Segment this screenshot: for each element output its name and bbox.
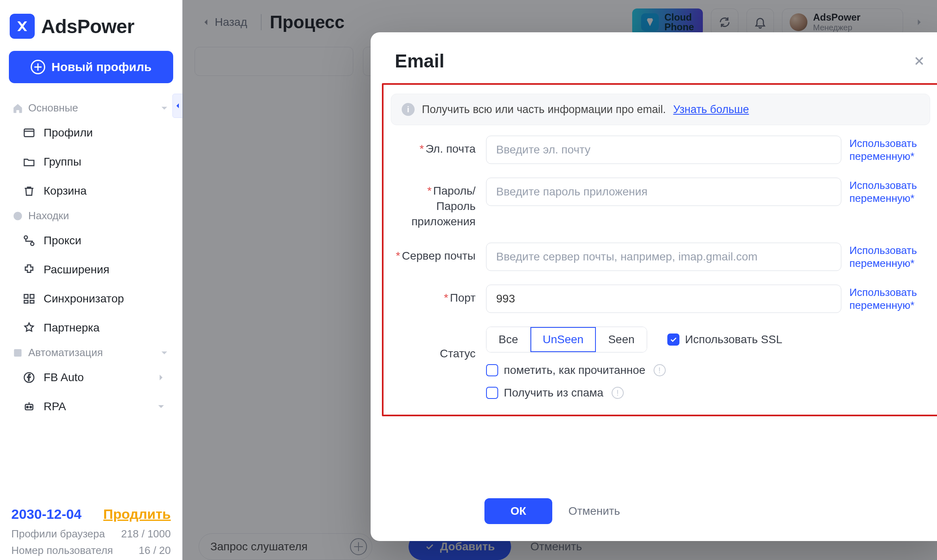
nav-section-label: Находки	[28, 210, 69, 222]
ssl-label: Использовать SSL	[685, 333, 782, 346]
help-icon[interactable]: !	[654, 364, 666, 376]
svg-rect-4	[24, 300, 28, 303]
row-status: Статус Все UnSeen Seen	[391, 327, 930, 399]
sidebar: AdsPower Новый профиль Основные Профили …	[0, 0, 182, 560]
label-port: *Порт	[391, 285, 476, 306]
use-variable-link[interactable]: Использовать переменную*	[849, 137, 930, 163]
sidebar-item-affiliate[interactable]: Партнерка	[7, 313, 175, 342]
profiles-icon	[23, 126, 36, 139]
port-input[interactable]	[486, 285, 841, 313]
users-count-value: 16 / 20	[138, 544, 171, 557]
password-input[interactable]	[486, 178, 841, 206]
info-icon: i	[402, 103, 415, 116]
svg-rect-6	[14, 349, 22, 357]
modal-title: Email	[395, 50, 444, 72]
sidebar-item-trash[interactable]: Корзина	[7, 176, 175, 206]
ok-button[interactable]: ОК	[484, 498, 552, 524]
svg-rect-0	[24, 129, 34, 137]
close-icon	[912, 54, 926, 68]
logo-text: AdsPower	[41, 15, 134, 38]
sidebar-collapse-button[interactable]	[172, 94, 183, 118]
sync-icon	[23, 292, 36, 305]
new-profile-label: Новый профиль	[52, 60, 152, 74]
logo: AdsPower	[7, 0, 175, 51]
label-password: *Пароль/ Пароль приложения	[391, 178, 476, 229]
sidebar-footer: 2030-12-04 Продлить Профили браузера 218…	[7, 498, 175, 560]
puzzle-icon	[23, 263, 36, 276]
plus-icon	[31, 60, 45, 74]
robot-icon	[23, 400, 36, 413]
chevron-down-icon	[155, 401, 167, 412]
sidebar-item-label: Расширения	[44, 263, 109, 276]
chevron-down-icon	[159, 347, 170, 359]
sidebar-item-fb-auto[interactable]: FB Auto	[7, 363, 175, 392]
info-text: Получить всю или часть информации про em…	[422, 103, 666, 116]
use-variable-link[interactable]: Использовать переменную*	[849, 244, 930, 270]
from-spam-row: Получить из спама !	[486, 386, 930, 399]
renew-link[interactable]: Продлить	[103, 506, 171, 522]
app-root: AdsPower Новый профиль Основные Профили …	[0, 0, 937, 560]
server-input[interactable]	[486, 243, 841, 271]
from-spam-label: Получить из спама	[504, 386, 604, 399]
proxy-icon	[23, 234, 36, 247]
sidebar-item-proxy[interactable]: Прокси	[7, 226, 175, 255]
nav-section-main[interactable]: Основные	[7, 98, 175, 118]
cancel-button[interactable]: Отменить	[568, 505, 620, 518]
sidebar-item-extensions[interactable]: Расширения	[7, 255, 175, 284]
use-variable-link[interactable]: Использовать переменную*	[849, 286, 930, 312]
modal-body: i Получить всю или часть информации про …	[371, 82, 937, 491]
from-spam-checkbox[interactable]	[486, 387, 498, 399]
license-date: 2030-12-04	[11, 506, 82, 522]
sidebar-item-label: Профили	[44, 126, 93, 139]
sidebar-item-profiles[interactable]: Профили	[7, 118, 175, 147]
row-port: *Порт Использовать переменную*	[391, 285, 930, 313]
star-icon	[23, 321, 36, 334]
svg-rect-3	[30, 294, 34, 298]
sidebar-item-label: RPA	[44, 400, 66, 413]
ssl-checkbox[interactable]	[667, 333, 679, 346]
sidebar-item-label: Партнерка	[44, 321, 100, 334]
svg-point-10	[30, 406, 31, 408]
sidebar-item-label: Корзина	[44, 185, 87, 197]
automation-icon	[12, 347, 23, 359]
trash-icon	[23, 185, 36, 197]
status-unseen[interactable]: UnSeen	[530, 327, 596, 352]
svg-rect-5	[30, 300, 34, 303]
row-server: *Сервер почты Использовать переменную*	[391, 243, 930, 271]
new-profile-button[interactable]: Новый профиль	[9, 51, 173, 83]
sidebar-item-sync[interactable]: Синхронизатор	[7, 284, 175, 313]
label-server: *Сервер почты	[391, 243, 476, 264]
profiles-count-value: 218 / 1000	[121, 528, 171, 540]
mark-read-checkbox[interactable]	[486, 364, 498, 376]
help-icon[interactable]: !	[612, 387, 624, 399]
learn-more-link[interactable]: Узнать больше	[673, 103, 749, 116]
profiles-count-label: Профили браузера	[11, 528, 105, 540]
use-variable-link[interactable]: Использовать переменную*	[849, 179, 930, 205]
svg-point-1	[14, 212, 22, 220]
sidebar-item-label: Группы	[44, 155, 81, 168]
facebook-icon	[23, 371, 36, 384]
status-seen[interactable]: Seen	[596, 327, 646, 352]
modal-head: Email	[371, 32, 937, 82]
modal-footer: ОК Отменить	[371, 491, 937, 541]
email-input[interactable]	[486, 136, 841, 164]
chevron-right-icon	[155, 372, 167, 383]
nav-section-finds[interactable]: Находки	[7, 206, 175, 226]
status-all[interactable]: Все	[486, 327, 530, 352]
close-button[interactable]	[912, 54, 926, 68]
compass-icon	[12, 210, 23, 222]
email-modal: Email i Получить всю или часть информаци…	[371, 32, 937, 541]
sidebar-item-label: Синхронизатор	[44, 292, 124, 305]
status-chip-group: Все UnSeen Seen	[486, 327, 647, 352]
nav-section-automation[interactable]: Автоматизация	[7, 342, 175, 363]
folder-icon	[23, 155, 36, 168]
nav-section-label: Основные	[28, 102, 78, 114]
svg-rect-2	[24, 294, 28, 298]
sidebar-item-rpa[interactable]: RPA	[7, 392, 175, 421]
sidebar-item-label: FB Auto	[44, 371, 84, 384]
sidebar-item-groups[interactable]: Группы	[7, 147, 175, 176]
users-count-label: Номер пользователя	[11, 544, 113, 557]
row-email: *Эл. почта Использовать переменную*	[391, 136, 930, 164]
label-email: *Эл. почта	[391, 136, 476, 157]
mark-read-row: пометить, как прочитанное !	[486, 364, 930, 377]
